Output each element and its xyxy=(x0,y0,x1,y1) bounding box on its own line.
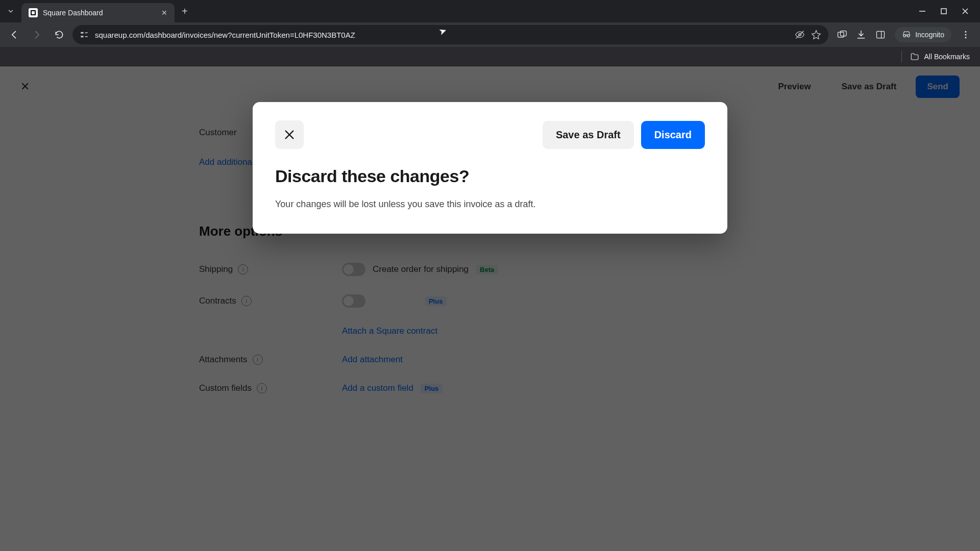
svg-rect-1 xyxy=(941,9,946,14)
download-icon[interactable] xyxy=(856,30,866,40)
star-icon[interactable] xyxy=(811,30,821,40)
arrow-left-icon xyxy=(9,30,19,40)
folder-icon xyxy=(910,52,919,61)
tab-close-icon[interactable]: ✕ xyxy=(161,9,167,17)
address-bar[interactable]: squareup.com/dashboard/invoices/new?curr… xyxy=(72,25,828,44)
svg-point-14 xyxy=(965,37,967,38)
kebab-menu-icon[interactable] xyxy=(961,30,971,40)
all-bookmarks-link[interactable]: All Bookmarks xyxy=(924,53,970,61)
reload-button[interactable] xyxy=(50,26,68,44)
svg-rect-2 xyxy=(81,32,83,34)
sidepanel-icon[interactable] xyxy=(875,30,886,40)
square-favicon xyxy=(29,8,38,17)
close-icon xyxy=(284,129,295,140)
eye-off-icon[interactable] xyxy=(795,30,805,40)
browser-toolbar: squareup.com/dashboard/invoices/new?curr… xyxy=(0,22,980,47)
svg-rect-8 xyxy=(838,32,844,37)
page-viewport: ✕ Preview Save as Draft Send Customer Ad… xyxy=(0,66,980,551)
url-text: squareup.com/dashboard/invoices/new?curr… xyxy=(95,31,789,39)
maximize-icon[interactable] xyxy=(940,8,947,15)
svg-point-12 xyxy=(965,31,967,33)
minimize-icon[interactable] xyxy=(919,8,926,15)
svg-rect-9 xyxy=(841,31,847,36)
tab-title: Square Dashboard xyxy=(43,9,156,17)
incognito-icon xyxy=(902,30,911,39)
toolbar-right: Incognito xyxy=(832,27,975,42)
window-close-icon[interactable] xyxy=(962,8,969,15)
new-tab-button[interactable]: + xyxy=(182,6,188,17)
divider xyxy=(901,51,902,62)
back-button[interactable] xyxy=(5,26,23,44)
chevron-down-icon xyxy=(7,8,14,15)
svg-rect-3 xyxy=(81,36,83,37)
reload-icon xyxy=(54,30,64,40)
incognito-chip[interactable]: Incognito xyxy=(895,27,951,42)
svg-rect-10 xyxy=(877,31,885,38)
modal-save-as-draft-button[interactable]: Save as Draft xyxy=(543,121,634,149)
browser-tab[interactable]: Square Dashboard ✕ xyxy=(21,3,175,22)
site-settings-icon[interactable] xyxy=(80,30,89,39)
modal-title: Discard these changes? xyxy=(275,166,705,186)
arrow-right-icon xyxy=(32,30,42,40)
forward-button[interactable] xyxy=(28,26,46,44)
incognito-label: Incognito xyxy=(915,31,944,39)
discard-modal: Save as Draft Discard Discard these chan… xyxy=(253,102,727,234)
tab-search-dropdown[interactable] xyxy=(0,0,21,22)
bookmarks-bar: All Bookmarks xyxy=(0,47,980,66)
svg-point-13 xyxy=(965,34,967,36)
browser-titlebar: Square Dashboard ✕ + xyxy=(0,0,980,22)
modal-close-button[interactable] xyxy=(275,120,304,149)
modal-body-text: Your changes will be lost unless you sav… xyxy=(275,197,705,211)
window-controls xyxy=(919,8,980,15)
media-icon[interactable] xyxy=(837,30,847,40)
modal-discard-button[interactable]: Discard xyxy=(641,121,705,149)
